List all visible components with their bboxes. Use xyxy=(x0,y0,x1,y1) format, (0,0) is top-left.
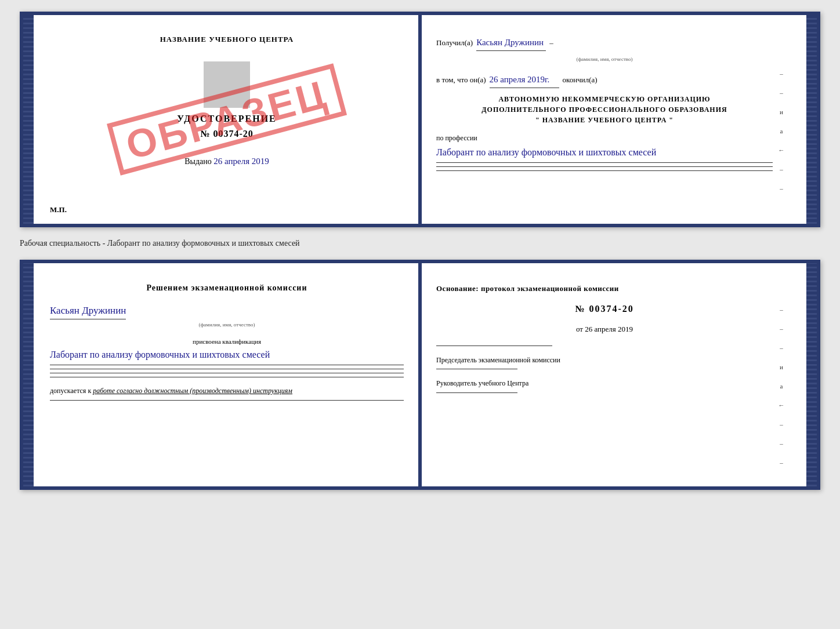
admission-text: работе согласно должностным (производств… xyxy=(93,387,292,395)
profession-value: Лаборант по анализу формовочных и шихтов… xyxy=(436,146,773,159)
spine-right-1 xyxy=(806,15,817,224)
spine-right-2 xyxy=(806,263,817,486)
b-line1 xyxy=(50,365,404,365)
right-vertical-chars-1: – – и а ← – – xyxy=(773,29,790,210)
exam-name-subtitle: (фамилия, имя, отчество) xyxy=(50,321,404,329)
qual-label: присвоена квалификация xyxy=(50,337,404,347)
org-line2: ДОПОЛНИТЕЛЬНОГО ПРОФЕССИОНАЛЬНОГО ОБРАЗО… xyxy=(436,104,773,115)
completed-suffix: окончил(а) xyxy=(563,73,598,86)
cert-type-label: УДОСТОВЕРЕНИЕ xyxy=(50,114,404,124)
received-label: Получил(а) xyxy=(436,36,473,49)
issued-date-hw: 26 апреля 2019 xyxy=(213,157,269,166)
exam-section-title: Решением экзаменационной комиссии xyxy=(50,282,404,294)
dash: – xyxy=(549,36,553,49)
basis-label: Основание: протокол экзаменационной коми… xyxy=(436,282,773,295)
b-line4 xyxy=(50,377,404,377)
director-label: Руководитель учебного Центра xyxy=(436,377,773,390)
spine-left-2 xyxy=(23,263,34,486)
chairman-label: Председатель экзаменационной комиссии xyxy=(436,354,773,367)
b-line5 xyxy=(50,400,404,401)
exam-name-hw: Касьян Дружинин xyxy=(50,303,126,319)
org-block: АВТОНОМНУЮ НЕКОММЕРЧЕСКУЮ ОРГАНИЗАЦИЮ ДО… xyxy=(436,94,773,125)
certificate-book-1: НАЗВАНИЕ УЧЕБНОГО ЦЕНТРА УДОСТОВЕРЕНИЕ №… xyxy=(20,12,820,227)
spine-left-1 xyxy=(23,15,34,224)
protocol-date-value: 26 апреля 2019 xyxy=(585,325,633,333)
sep-line1 xyxy=(436,346,552,346)
b-line3 xyxy=(50,373,404,373)
cert-received-row: Получил(а) Касьян Дружинин – (фамилия, и… xyxy=(436,35,773,171)
completed-date: 26 апреля 2019г. xyxy=(490,72,559,88)
protocol-number: № 00374-20 xyxy=(436,301,773,318)
cert-school-title: НАЗВАНИЕ УЧЕБНОГО ЦЕНТРА xyxy=(50,35,404,44)
admission-prefix: допускается к xyxy=(50,387,91,395)
line3 xyxy=(436,170,773,171)
name-handwritten: Касьян Дружинин xyxy=(476,35,546,51)
cert-left-page: НАЗВАНИЕ УЧЕБНОГО ЦЕНТРА УДОСТОВЕРЕНИЕ №… xyxy=(34,15,420,224)
exam-right-content: Основание: протокол экзаменационной коми… xyxy=(436,277,773,472)
issued-label: Выдано 26 апреля 2019 xyxy=(50,157,404,166)
mp-label: М.П. xyxy=(50,205,67,214)
exam-basis-block: Основание: протокол экзаменационной коми… xyxy=(436,282,773,393)
cert-right-page: Получил(а) Касьян Дружинин – (фамилия, и… xyxy=(420,15,806,224)
certificate-book-2: Решением экзаменационной комиссии Касьян… xyxy=(20,260,820,490)
cert-right-content: Получил(а) Касьян Дружинин – (фамилия, и… xyxy=(436,29,773,210)
chairman-sig-line xyxy=(436,369,517,369)
specialty-line: Рабочая специальность - Лаборант по анал… xyxy=(20,234,820,253)
b-line2 xyxy=(50,369,404,369)
director-sig-line xyxy=(436,392,517,393)
date-prefix: от xyxy=(576,325,583,333)
protocol-date: от 26 апреля 2019 xyxy=(436,322,773,336)
page-wrapper: НАЗВАНИЕ УЧЕБНОГО ЦЕНТРА УДОСТОВЕРЕНИЕ №… xyxy=(20,12,820,490)
cert-number-label: № 00374-20 xyxy=(50,129,404,139)
org-line1: АВТОНОМНУЮ НЕКОММЕРЧЕСКУЮ ОРГАНИЗАЦИЮ xyxy=(436,94,773,104)
line2 xyxy=(436,166,773,167)
admission-row: допускается к работе согласно должностны… xyxy=(50,386,404,397)
exam-right-page: Основание: протокол экзаменационной коми… xyxy=(420,263,806,486)
completed-prefix: в том, что он(а) xyxy=(436,73,486,86)
name-subtitle: (фамилия, имя, отчество) xyxy=(436,54,773,64)
exam-left-page: Решением экзаменационной комиссии Касьян… xyxy=(34,263,420,486)
right-vertical-chars-2: – – – и а ← – – – xyxy=(773,277,790,472)
org-line3: " НАЗВАНИЕ УЧЕБНОГО ЦЕНТРА " xyxy=(436,115,773,125)
photo-placeholder xyxy=(204,61,250,108)
profession-label: по профессии xyxy=(436,132,773,145)
qual-value: Лаборант по анализу формовочных и шихтов… xyxy=(50,348,404,361)
line1 xyxy=(436,162,773,163)
